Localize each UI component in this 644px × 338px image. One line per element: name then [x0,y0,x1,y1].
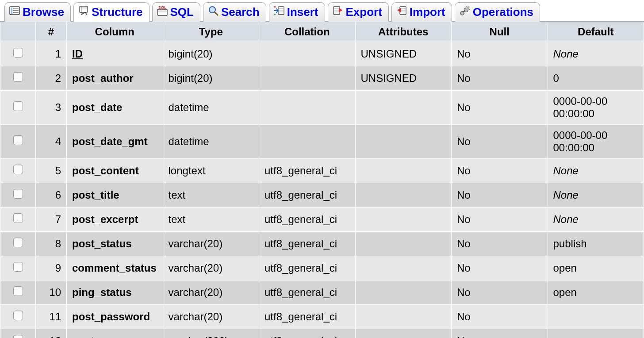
cell-collation: utf8_general_ci [259,305,356,329]
cell-num: 3 [36,91,67,125]
svg-rect-7 [278,7,284,15]
cell-collation: utf8_general_ci [259,329,356,338]
cell-column[interactable]: post_content [67,159,163,183]
cell-attributes [355,256,452,280]
cell-type: varchar(20) [163,305,259,329]
cell-attributes [355,183,452,207]
cell-num: 11 [36,305,67,329]
header-type[interactable]: Type [163,22,259,42]
header-checkbox [0,22,36,42]
cell-default: 0000-00-00 00:00:00 [548,91,644,125]
tab-browse[interactable]: Browse [4,2,71,22]
structure-icon [78,5,89,19]
header-num[interactable]: # [36,22,67,42]
cell-null: No [452,305,548,329]
header-null[interactable]: Null [452,22,548,42]
row-checkbox[interactable] [13,286,23,296]
cell-column[interactable]: post_author [67,66,163,91]
cell-collation: utf8_general_ci [259,256,356,280]
cell-column[interactable]: post_status [67,232,163,256]
tab-sql[interactable]: SQLSQL [152,2,200,22]
cell-column[interactable]: comment_status [67,256,163,280]
svg-rect-9 [274,14,276,15]
row-checkbox[interactable] [13,48,23,58]
row-checkbox[interactable] [13,101,23,111]
tab-import[interactable]: Import [391,2,452,22]
cell-column[interactable]: ping_status [67,280,163,305]
cell-num: 6 [36,183,67,207]
cell-column[interactable]: post_excerpt [67,207,163,232]
cell-default: 0000-00-00 00:00:00 [548,125,644,159]
row-checkbox-cell [0,256,36,280]
cell-column[interactable]: post_name [67,329,163,338]
cell-default [548,329,644,338]
table-row: 9comment_statusvarchar(20)utf8_general_c… [0,256,644,280]
tab-insert[interactable]: Insert [269,2,325,22]
table-row: 2post_authorbigint(20)UNSIGNEDNo0 [0,66,644,91]
row-checkbox[interactable] [13,262,23,272]
header-collation[interactable]: Collation [259,22,356,42]
cell-default [548,305,644,329]
svg-rect-1 [11,8,12,14]
header-attributes[interactable]: Attributes [355,22,452,42]
cell-num: 2 [36,66,67,91]
cell-collation: utf8_general_ci [259,232,356,256]
table-row: 11post_passwordvarchar(20)utf8_general_c… [0,305,644,329]
row-checkbox[interactable] [13,311,23,320]
cell-column[interactable]: post_password [67,305,163,329]
svg-text:SQL: SQL [158,5,167,10]
tab-search[interactable]: Search [203,2,266,22]
table-row: 1IDbigint(20)UNSIGNEDNoNone [0,42,644,66]
row-checkbox-cell [0,91,36,125]
header-column[interactable]: Column [67,22,163,42]
row-checkbox[interactable] [13,335,23,338]
tab-label: Import [410,5,445,19]
row-checkbox[interactable] [13,72,23,82]
tab-operations[interactable]: Operations [455,2,540,22]
cell-collation [259,125,356,159]
cell-attributes [355,125,452,159]
row-checkbox[interactable] [13,238,23,247]
cell-collation: utf8_general_ci [259,183,356,207]
cell-attributes: UNSIGNED [355,42,452,66]
cell-default: publish [548,232,644,256]
cell-null: No [452,256,548,280]
cell-type: varchar(20) [163,256,259,280]
row-checkbox[interactable] [13,189,23,199]
cell-attributes: UNSIGNED [355,66,452,91]
row-checkbox[interactable] [13,213,23,223]
row-checkbox-cell [0,159,36,183]
table-row: 4post_date_gmtdatetimeNo0000-00-00 00:00… [0,125,644,159]
svg-rect-2 [80,6,88,12]
table-row: 7post_excerpttextutf8_general_ciNoNone [0,207,644,232]
cell-column[interactable]: post_date [67,91,163,125]
cell-attributes [355,159,452,183]
table-row: 5post_contentlongtextutf8_general_ciNoNo… [0,159,644,183]
cell-attributes [355,305,452,329]
cell-null: No [452,232,548,256]
tab-label: Insert [287,5,318,19]
cell-type: bigint(20) [163,66,259,91]
svg-rect-4 [157,9,167,15]
cell-column[interactable]: post_title [67,183,163,207]
header-default[interactable]: Default [548,22,644,42]
export-icon [333,5,343,19]
cell-type: varchar(200) [163,329,259,338]
cell-collation [259,91,356,125]
browse-icon [9,5,20,19]
cell-default: open [548,280,644,305]
tab-label: Export [346,5,382,19]
table-header-row: # Column Type Collation Attributes Null … [0,22,644,42]
cell-column[interactable]: post_date_gmt [67,125,163,159]
tab-structure[interactable]: Structure [73,2,150,22]
tab-export[interactable]: Export [328,2,389,22]
cell-num: 10 [36,280,67,305]
cell-column[interactable]: ID [67,42,163,66]
tab-bar: BrowseStructureSQLSQLSearchInsertExportI… [0,0,644,22]
row-checkbox[interactable] [13,135,23,145]
cell-num: 5 [36,159,67,183]
cell-attributes [355,207,452,232]
tab-label: Operations [473,5,533,19]
row-checkbox[interactable] [13,165,23,174]
table-row: 12post_namevarchar(200)utf8_general_ciNo [0,329,644,338]
